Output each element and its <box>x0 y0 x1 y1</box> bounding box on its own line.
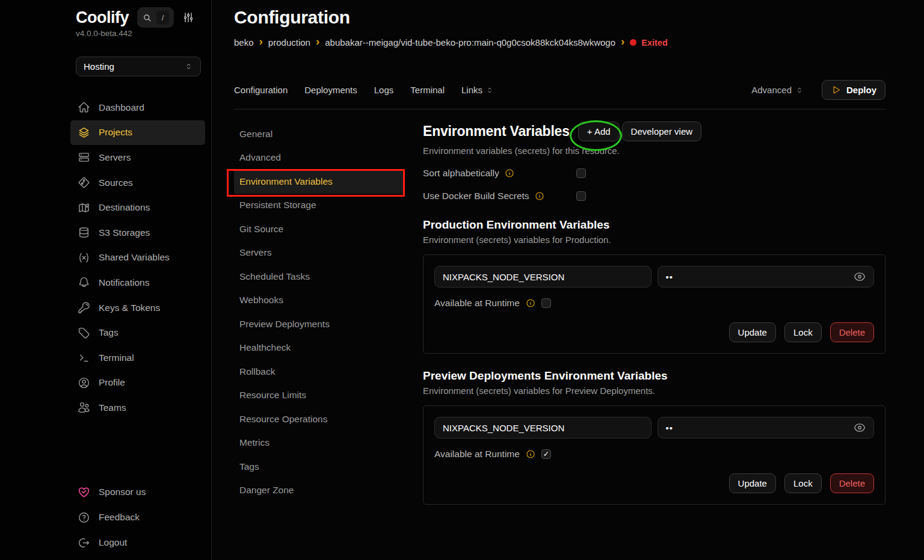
delete-button[interactable]: Delete <box>830 473 874 493</box>
sidebar-item-destinations[interactable]: Destinations <box>70 195 205 220</box>
update-button[interactable]: Update <box>729 322 776 342</box>
sidebar-item-feedback[interactable]: Feedback <box>70 505 205 530</box>
tab-terminal[interactable]: Terminal <box>410 85 445 95</box>
sidebar-item-sponsor-us[interactable]: Sponsor us <box>70 479 205 505</box>
sliders-icon[interactable] <box>182 11 194 23</box>
status-badge: Exited <box>630 38 668 48</box>
env-var-name-input[interactable] <box>434 417 651 438</box>
docker-build-secrets-checkbox[interactable] <box>576 191 586 201</box>
breadcrumb-project[interactable]: beko <box>234 37 254 48</box>
eye-icon[interactable] <box>854 422 866 434</box>
docker-build-secrets-row: Use Docker Build Secrets <box>423 189 886 203</box>
toggle-label: Use Docker Build Secrets <box>423 191 529 202</box>
sidebar-item-terminal[interactable]: Terminal <box>70 345 205 371</box>
section-title: Environment Variables <box>423 123 570 140</box>
available-at-runtime-checkbox[interactable]: ✓ <box>541 449 551 459</box>
info-icon <box>526 449 535 459</box>
production-section-title: Production Environment Variables <box>423 218 886 232</box>
subnav-item-environment-variables[interactable]: Environment Variables <box>234 170 404 194</box>
logout-icon <box>78 537 90 549</box>
chevron-updown-icon <box>795 86 804 94</box>
subnav-item-webhooks[interactable]: Webhooks <box>234 289 404 313</box>
sidebar-item-dashboard[interactable]: Dashboard <box>70 95 205 120</box>
status-label: Exited <box>641 38 668 48</box>
sidebar-item-logout[interactable]: Logout <box>70 530 205 555</box>
env-vars-content: Environment Variables + Add Developer vi… <box>423 120 886 505</box>
sidebar-item-teams[interactable]: Teams <box>70 395 205 420</box>
config-subnav: General Advanced Environment Variables P… <box>234 122 404 502</box>
page-title: Configuration <box>234 7 350 28</box>
lock-button[interactable]: Lock <box>784 322 822 342</box>
available-at-runtime-checkbox[interactable] <box>541 298 551 308</box>
team-selector[interactable]: Hosting <box>76 57 201 76</box>
sidebar-item-shared-variables[interactable]: Shared Variables <box>70 245 205 271</box>
question-circle-icon <box>78 511 90 524</box>
chevron-updown-icon <box>485 86 494 94</box>
available-at-runtime-row: Available at Runtime ✓ <box>434 447 874 461</box>
preview-section-subtitle: Environment (secrets) variables for Prev… <box>423 386 886 396</box>
tab-logs[interactable]: Logs <box>374 85 394 95</box>
chevron-updown-icon <box>184 62 193 71</box>
env-var-value-input[interactable]: •• <box>658 417 875 438</box>
play-icon <box>831 85 841 95</box>
subnav-item-advanced[interactable]: Advanced <box>234 146 404 170</box>
sidebar: Coolify / v4.0.0-beta.442 Hosting Dashbo… <box>0 0 212 560</box>
subnav-item-rollback[interactable]: Rollback <box>234 360 404 384</box>
sidebar-item-keys-tokens[interactable]: Keys & Tokens <box>70 295 205 321</box>
subnav-item-danger-zone[interactable]: Danger Zone <box>234 479 404 503</box>
users-icon <box>78 401 90 414</box>
tab-links[interactable]: Links <box>461 85 494 95</box>
env-var-card: •• Available at Runtime Update Lock Dele… <box>423 254 886 354</box>
advanced-dropdown[interactable]: Advanced <box>751 85 804 95</box>
subnav-item-git-source[interactable]: Git Source <box>234 217 404 241</box>
subnav-item-preview-deployments[interactable]: Preview Deployments <box>234 312 404 336</box>
breadcrumb-environment[interactable]: production <box>268 37 310 48</box>
info-icon <box>526 298 535 308</box>
sidebar-item-projects[interactable]: Projects <box>70 120 205 146</box>
sort-alphabetically-checkbox[interactable] <box>576 168 586 178</box>
sidebar-item-profile[interactable]: Profile <box>70 371 205 396</box>
eye-icon[interactable] <box>854 271 866 283</box>
sidebar-item-servers[interactable]: Servers <box>70 145 205 170</box>
subnav-item-scheduled-tasks[interactable]: Scheduled Tasks <box>234 265 404 289</box>
breadcrumb: beko › production › abubakar--meigag/vid… <box>234 37 668 48</box>
runtime-label: Available at Runtime <box>434 298 520 309</box>
subnav-item-persistent-storage[interactable]: Persistent Storage <box>234 194 404 218</box>
layers-icon <box>78 126 90 139</box>
app-logo[interactable]: Coolify <box>76 8 129 27</box>
sidebar-item-tags[interactable]: Tags <box>70 320 205 345</box>
breadcrumb-resource[interactable]: abubakar--meigag/vid-tube-beko-pro:main-… <box>325 37 615 48</box>
subnav-item-general[interactable]: General <box>234 122 404 146</box>
sidebar-item-sources[interactable]: Sources <box>70 170 205 195</box>
info-icon <box>535 191 544 201</box>
deploy-button[interactable]: Deploy <box>822 80 886 100</box>
subnav-item-healthcheck[interactable]: Healthcheck <box>234 336 404 360</box>
tab-configuration[interactable]: Configuration <box>234 85 288 95</box>
add-button[interactable]: + Add <box>578 122 620 141</box>
subnav-item-tags[interactable]: Tags <box>234 455 404 479</box>
subnav-item-resource-limits[interactable]: Resource Limits <box>234 384 404 408</box>
database-icon <box>78 226 90 239</box>
tabs-row: Configuration Deployments Logs Terminal … <box>234 80 886 100</box>
status-dot <box>630 39 636 46</box>
developer-view-button[interactable]: Developer view <box>622 122 702 141</box>
lock-button[interactable]: Lock <box>784 473 822 493</box>
update-button[interactable]: Update <box>729 473 776 493</box>
sidebar-item-s3-storages[interactable]: S3 Storages <box>70 220 205 245</box>
env-var-name-input[interactable] <box>434 266 651 288</box>
heart-icon <box>78 486 90 499</box>
server-icon <box>78 151 90 164</box>
subnav-item-resource-operations[interactable]: Resource Operations <box>234 407 404 431</box>
env-var-value-input[interactable]: •• <box>658 266 875 288</box>
sidebar-footer: Sponsor us Feedback Logout <box>70 479 205 555</box>
map-icon <box>78 202 90 214</box>
env-var-card: •• Available at Runtime ✓ Update Lock De… <box>423 405 886 505</box>
subnav-item-servers[interactable]: Servers <box>234 241 404 265</box>
subnav-item-metrics[interactable]: Metrics <box>234 431 404 455</box>
tab-deployments[interactable]: Deployments <box>304 85 357 95</box>
section-subtitle: Environment variables (secrets) for this… <box>423 146 886 156</box>
delete-button[interactable]: Delete <box>830 322 874 342</box>
search-button[interactable]: / <box>137 7 174 28</box>
variable-icon <box>78 251 90 264</box>
sidebar-item-notifications[interactable]: Notifications <box>70 270 205 295</box>
